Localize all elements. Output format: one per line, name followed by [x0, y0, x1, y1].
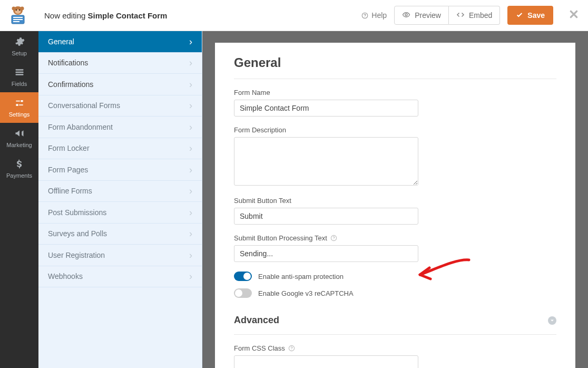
chevron-right-icon: › [189, 122, 192, 132]
sidebar-item-label: Notifications [48, 59, 88, 67]
sidebar-item-general[interactable]: General › [38, 31, 202, 53]
recaptcha-toggle[interactable] [234, 288, 252, 298]
chevron-right-icon: › [189, 80, 192, 89]
help-link[interactable]: Help [361, 11, 387, 20]
leftnav-label: Setup [12, 50, 27, 56]
recaptcha-label: Enable Google v3 reCAPTCHA [258, 289, 354, 297]
leftnav-label: Settings [9, 111, 30, 118]
submit-text-input[interactable] [234, 208, 418, 225]
leftnav-item-settings[interactable]: Settings [0, 92, 38, 123]
sidebar-item-label: User Registration [48, 251, 105, 259]
sidebar-item-notifications[interactable]: Notifications › [38, 53, 202, 74]
antispam-toggle[interactable] [234, 272, 252, 281]
svg-point-12 [405, 14, 407, 16]
svg-point-1 [12, 7, 16, 11]
save-button[interactable]: Save [507, 6, 553, 25]
chevron-right-icon: › [189, 208, 192, 217]
submit-text-label: Submit Button Text [234, 197, 418, 205]
sidebar-item-label: Confirmations [48, 80, 93, 89]
sidebar-item-pages[interactable]: Form Pages › [38, 159, 202, 181]
sidebar-item-offline[interactable]: Offline Forms › [38, 181, 202, 202]
help-icon [361, 12, 368, 19]
sidebar-item-label: Form Pages [48, 166, 88, 174]
preview-label: Preview [415, 11, 441, 20]
preview-button[interactable]: Preview [394, 6, 449, 25]
form-description-label: Form Description [234, 126, 418, 134]
leftnav-label: Marketing [6, 142, 32, 148]
check-icon [516, 11, 523, 20]
save-label: Save [527, 11, 545, 20]
form-css-label-text: Form CSS Class [234, 344, 285, 352]
code-icon [456, 11, 465, 21]
sidebar-item-posts[interactable]: Post Submissions › [38, 202, 202, 224]
sidebar-item-label: Surveys and Polls [48, 229, 107, 238]
editing-prefix: Now editing [44, 11, 88, 20]
form-name-input[interactable] [234, 100, 418, 117]
sidebar-item-label: Form Abandonment [48, 123, 113, 131]
section-heading-general: General [234, 55, 556, 79]
content-area: General Form Name Form Description Submi… [202, 31, 588, 368]
topbar: Now editing Simple Contact Form Help Pre… [0, 0, 588, 31]
form-css-input[interactable] [234, 355, 418, 368]
form-css-label: Form CSS Class [234, 344, 418, 352]
sidebar-item-abandonment[interactable]: Form Abandonment › [38, 117, 202, 138]
svg-point-2 [21, 7, 24, 11]
submit-processing-input[interactable] [234, 245, 418, 262]
help-icon[interactable] [330, 235, 338, 242]
sliders-icon [14, 98, 25, 109]
help-icon[interactable] [288, 345, 296, 352]
form-description-input[interactable] [234, 137, 418, 186]
svg-point-11 [365, 16, 365, 17]
recaptcha-row: Enable Google v3 reCAPTCHA [234, 288, 556, 298]
sidebar-item-conversational[interactable]: Conversational Forms › [38, 95, 202, 117]
sidebar-item-label: Conversational Forms [48, 101, 120, 110]
leftnav-item-setup[interactable]: Setup [0, 31, 38, 62]
chevron-right-icon: › [189, 272, 192, 281]
svg-rect-14 [15, 72, 23, 73]
chevron-right-icon: › [189, 143, 192, 153]
antispam-row: Enable anti-spam protection [234, 272, 556, 281]
svg-rect-7 [13, 17, 23, 18]
advanced-heading-text: Advanced [234, 315, 279, 326]
svg-point-21 [291, 350, 292, 350]
svg-point-16 [21, 100, 22, 102]
chevron-right-icon: › [189, 37, 192, 46]
sidebar-item-surveys[interactable]: Surveys and Polls › [38, 224, 202, 245]
leftnav-label: Payments [6, 172, 32, 179]
settings-paper: General Form Name Form Description Submi… [215, 43, 575, 368]
leftnav-item-fields[interactable]: Fields [0, 62, 38, 92]
embed-button[interactable]: Embed [449, 6, 500, 25]
form-title: Simple Contact Form [88, 11, 168, 20]
leftnav-item-marketing[interactable]: Marketing [0, 123, 38, 153]
svg-rect-15 [15, 74, 23, 75]
submit-processing-label: Submit Button Processing Text [234, 234, 418, 242]
leftnav: Setup Fields Settings Marketing Payments [0, 31, 38, 368]
sidebar-item-confirmations[interactable]: Confirmations › [38, 74, 202, 95]
svg-rect-8 [13, 19, 23, 20]
chevron-right-icon: › [189, 165, 192, 175]
close-button[interactable] [569, 8, 579, 22]
chevron-right-icon: › [189, 229, 192, 238]
leftnav-item-payments[interactable]: Payments [0, 153, 38, 184]
eye-icon [402, 11, 410, 21]
chevron-right-icon: › [189, 186, 192, 196]
help-label: Help [371, 11, 387, 20]
form-name-label: Form Name [234, 89, 418, 96]
sidebar-item-label: Post Submissions [48, 208, 106, 217]
svg-point-5 [19, 9, 20, 11]
sidebar-item-label: Offline Forms [48, 187, 92, 195]
gear-icon [14, 36, 25, 48]
chevron-right-icon: › [189, 101, 192, 110]
sidebar-item-label: Webhooks [48, 272, 83, 280]
page-title: Now editing Simple Contact Form [44, 11, 167, 20]
chevron-down-icon [548, 316, 556, 325]
list-icon [14, 67, 25, 79]
sidebar-item-user-reg[interactable]: User Registration › [38, 245, 202, 266]
embed-label: Embed [469, 11, 492, 20]
chevron-right-icon: › [189, 58, 192, 67]
sidebar-item-locker[interactable]: Form Locker › [38, 138, 202, 160]
app-logo [7, 5, 28, 26]
section-heading-advanced[interactable]: Advanced [234, 315, 556, 335]
sidebar-item-webhooks[interactable]: Webhooks › [38, 266, 202, 288]
preview-embed-group: Preview Embed [394, 6, 500, 25]
